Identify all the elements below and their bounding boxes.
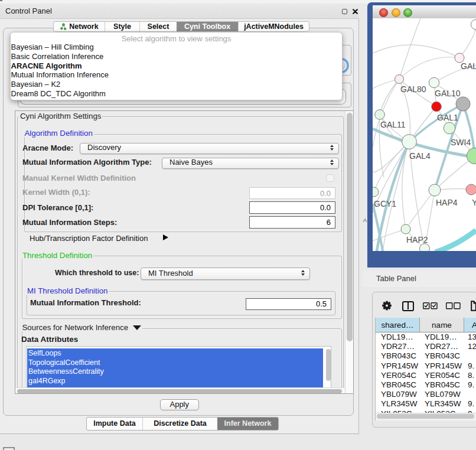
svg-text:GAL11: GAL11 xyxy=(380,120,406,129)
svg-text:GAL10: GAL10 xyxy=(435,89,461,98)
svg-text:GAL4: GAL4 xyxy=(409,151,431,161)
svg-text:Y: Y xyxy=(472,198,476,207)
svg-text:GCY1: GCY1 xyxy=(374,199,396,208)
svg-text:HAP2: HAP2 xyxy=(406,235,428,244)
svg-text:GAL80: GAL80 xyxy=(400,84,426,94)
svg-text:HAP4: HAP4 xyxy=(436,198,458,207)
svg-text:GAL1: GAL1 xyxy=(437,113,458,122)
svg-text:SWI4: SWI4 xyxy=(451,138,471,147)
svg-text:GAL7: GAL7 xyxy=(461,61,476,71)
